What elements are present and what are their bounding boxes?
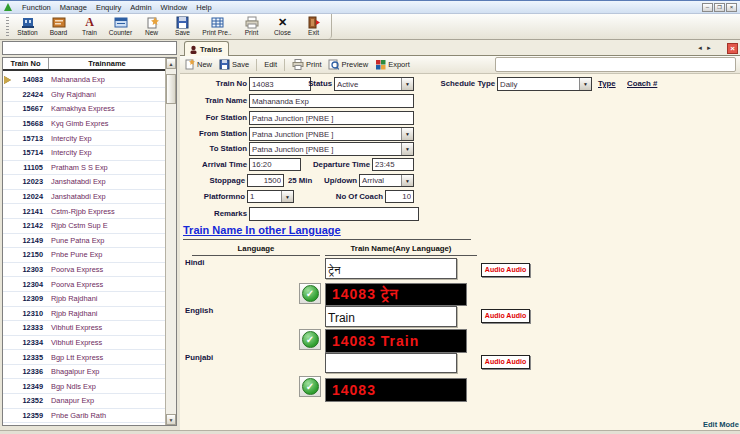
form-export-button[interactable]: Export (375, 59, 410, 70)
coach-count-input[interactable] (385, 190, 414, 203)
from-station-dropdown[interactable]: Patna Junction [PNBE ] (249, 127, 414, 141)
close-window-icon[interactable] (726, 3, 737, 12)
table-row[interactable]: 22424Ghy Rajdhani (3, 88, 165, 103)
english-verify-button[interactable] (299, 329, 321, 350)
column-header-train-no[interactable]: Train No (3, 58, 49, 69)
platform-dropdown[interactable]: 1 (247, 190, 294, 203)
form-edit-button[interactable]: Edit (264, 60, 277, 69)
form-print-button[interactable]: Print (292, 59, 321, 70)
english-audio-button[interactable]: Audio Audio (481, 309, 530, 323)
table-row[interactable]: 12141Cstm-Rjpb Express (3, 204, 165, 219)
chevron-down-icon[interactable] (401, 143, 413, 155)
table-row[interactable]: 12333Vibhuti Express (3, 321, 165, 336)
scroll-up-icon[interactable] (166, 58, 176, 69)
arrival-time-input[interactable] (249, 158, 301, 171)
menu-help[interactable]: Help (196, 3, 211, 12)
tab-next-icon[interactable] (706, 45, 712, 51)
form-save-button[interactable]: Save (219, 59, 249, 70)
tab-trains[interactable]: Trains (184, 41, 229, 56)
scroll-down-icon[interactable] (166, 414, 176, 425)
table-row[interactable]: 12024Janshatabdi Exp (3, 190, 165, 205)
menu-manage[interactable]: Manage (60, 3, 87, 12)
menu-window[interactable]: Window (161, 3, 188, 12)
punjabi-name-input[interactable] (325, 353, 457, 373)
english-name-input[interactable]: Train (325, 306, 457, 327)
train-button[interactable]: A Train (74, 15, 105, 36)
print-preview-button[interactable]: Print Pre.. (198, 15, 236, 36)
menu-function[interactable]: Function (22, 3, 51, 12)
scrollbar-thumb[interactable] (166, 74, 176, 104)
table-row[interactable]: 12336Bhagalpur Exp (3, 365, 165, 380)
minimize-icon[interactable] (702, 3, 713, 12)
for-station-input[interactable] (249, 111, 414, 125)
new-file-icon (145, 15, 159, 29)
print-icon (245, 15, 259, 29)
stoppage-input[interactable] (247, 174, 284, 187)
counter-button[interactable]: Counter (105, 15, 136, 36)
chevron-down-icon[interactable] (401, 128, 413, 140)
coach-link[interactable]: Coach # (627, 79, 657, 88)
column-header-trainname[interactable]: Trainname (49, 58, 165, 69)
hindi-audio-button[interactable]: Audio Audio (481, 263, 530, 277)
table-row[interactable]: 12149Pune Patna Exp (3, 234, 165, 249)
main-toolbar: Station Board A Train Counter New (0, 14, 740, 40)
table-row[interactable]: 12359Pnbe Garib Rath (3, 409, 165, 424)
status-dropdown[interactable]: Active (334, 77, 414, 91)
table-row[interactable]: 12310Rjpb Rajdhani (3, 307, 165, 322)
export-icon (375, 59, 386, 70)
station-button[interactable]: Station (12, 15, 43, 36)
chevron-down-icon[interactable] (401, 78, 413, 90)
punjabi-verify-button[interactable] (299, 376, 321, 397)
close-button[interactable]: ✕ Close (267, 15, 298, 36)
toolbar-grip[interactable] (6, 17, 9, 37)
table-row[interactable]: 12349Bgp Ndls Exp (3, 379, 165, 394)
form-new-button[interactable]: New (184, 59, 212, 70)
table-row[interactable]: 12142Rjpb Cstm Sup E (3, 219, 165, 234)
to-station-dropdown[interactable]: Patna Junction [PNBE ] (249, 142, 414, 156)
form-preview-button[interactable]: Preview (328, 59, 368, 70)
tab-prev-icon[interactable] (697, 45, 703, 51)
table-row[interactable]: 12303Poorva Express (3, 263, 165, 278)
stoppage-unit-label: 25 Min (288, 176, 312, 185)
menu-enquiry[interactable]: Enquiry (96, 3, 121, 12)
new-file-icon (184, 59, 195, 70)
table-row[interactable]: 12304Poorva Express (3, 277, 165, 292)
table-row[interactable]: 11105Pratham S S Exp (3, 161, 165, 176)
hindi-verify-button[interactable] (299, 283, 321, 304)
table-row[interactable]: 15714Intercity Exp (3, 146, 165, 161)
restore-icon[interactable] (714, 3, 725, 12)
train-name-input[interactable] (249, 94, 414, 108)
table-row[interactable]: 12150Pnbe Pune Exp (3, 248, 165, 263)
chevron-down-icon[interactable] (281, 191, 293, 202)
train-list-scrollbar[interactable] (165, 58, 176, 425)
table-row[interactable]: 12352Danapur Exp (3, 394, 165, 409)
chevron-down-icon[interactable] (579, 78, 591, 90)
chevron-down-icon[interactable] (401, 175, 413, 186)
exit-button[interactable]: Exit (298, 15, 329, 36)
tab-close-icon[interactable] (727, 43, 738, 54)
english-led-display: 14083 Train (325, 329, 467, 353)
train-filter-input[interactable] (2, 41, 177, 55)
departure-time-input[interactable] (372, 158, 414, 171)
table-row[interactable]: 14083Mahananda Exp (3, 73, 165, 88)
table-row[interactable]: 12335Bgp Ltt Express (3, 350, 165, 365)
hindi-name-input[interactable]: ट्रेन (325, 258, 457, 279)
language-column-header: Language (192, 244, 320, 256)
new-button[interactable]: New (136, 15, 167, 36)
print-button[interactable]: Print (236, 15, 267, 36)
remarks-input[interactable] (249, 207, 419, 221)
language-label-punjabi: Punjabi (185, 353, 213, 362)
table-row[interactable]: 15713Intercity Exp (3, 131, 165, 146)
table-row[interactable]: 12334Vibhuti Express (3, 336, 165, 351)
menu-admin[interactable]: Admin (130, 3, 151, 12)
table-row[interactable]: 12023Janshatabdi Exp (3, 175, 165, 190)
updown-dropdown[interactable]: Arrival (359, 174, 414, 187)
table-row[interactable]: 12309Rjpb Rajdhani (3, 292, 165, 307)
table-row[interactable]: 15667Kamakhya Express (3, 102, 165, 117)
punjabi-audio-button[interactable]: Audio Audio (481, 355, 530, 369)
type-link[interactable]: Type (598, 79, 616, 88)
save-button[interactable]: Save (167, 15, 198, 36)
schedule-type-dropdown[interactable]: Daily (497, 77, 592, 91)
table-row[interactable]: 15668Kyq Gimb Expres (3, 117, 165, 132)
board-button[interactable]: Board (43, 15, 74, 36)
